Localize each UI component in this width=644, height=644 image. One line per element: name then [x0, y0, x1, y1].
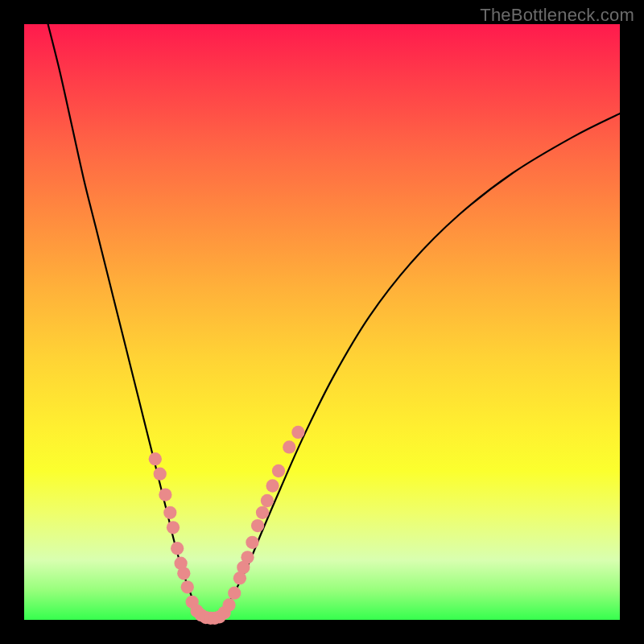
curve-layer — [24, 24, 620, 620]
highlight-dot — [266, 479, 279, 492]
highlight-dot — [167, 521, 180, 534]
watermark-text: TheBottleneck.com — [480, 5, 634, 26]
highlight-dot-group — [149, 426, 305, 625]
highlight-dot — [163, 506, 176, 519]
highlight-dot — [181, 580, 194, 593]
highlight-dot — [261, 494, 274, 507]
highlight-dot — [149, 452, 162, 465]
highlight-dot — [228, 587, 241, 600]
highlight-dot — [246, 536, 258, 549]
highlight-dot — [251, 519, 264, 532]
highlight-dot — [272, 464, 285, 477]
highlight-dot — [171, 542, 184, 555]
curve-right-branch — [221, 114, 620, 620]
highlight-dot — [222, 598, 235, 611]
plot-area — [24, 24, 620, 620]
chart-frame: TheBottleneck.com — [0, 0, 644, 644]
highlight-dot — [256, 506, 269, 519]
highlight-dot — [291, 426, 304, 439]
highlight-dot — [154, 468, 167, 481]
highlight-dot — [241, 551, 254, 564]
curve-left-branch — [48, 24, 203, 620]
highlight-dot — [159, 488, 171, 501]
highlight-dot — [283, 440, 295, 453]
highlight-dot — [177, 567, 190, 580]
